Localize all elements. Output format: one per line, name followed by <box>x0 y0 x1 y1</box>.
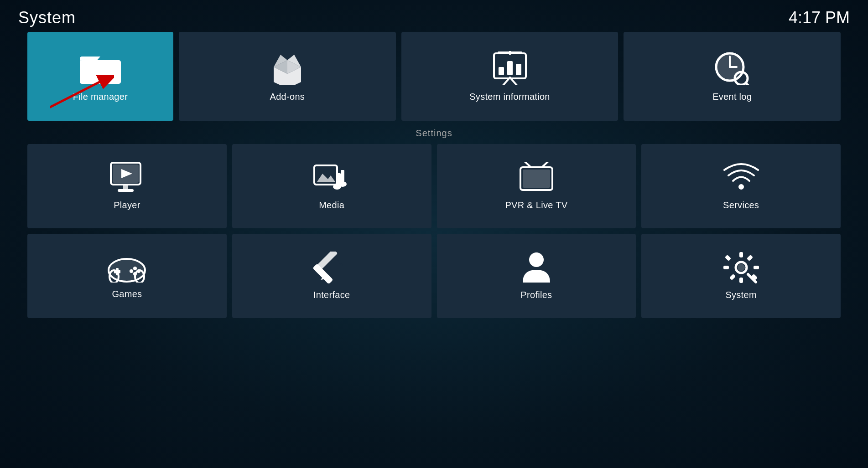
svg-rect-34 <box>523 170 550 188</box>
tile-profiles[interactable]: Profiles <box>437 234 636 318</box>
folder-icon <box>80 51 121 85</box>
tile-services[interactable]: Services <box>641 144 841 228</box>
svg-point-46 <box>137 269 140 273</box>
svg-rect-26 <box>118 189 134 192</box>
svg-rect-58 <box>723 266 729 269</box>
system-label: System <box>725 290 756 300</box>
svg-rect-61 <box>729 274 736 280</box>
pvr-live-tv-label: PVR & Live TV <box>505 200 567 211</box>
tile-system[interactable]: System <box>641 234 841 318</box>
media-label: Media <box>319 200 344 211</box>
player-label: Player <box>114 200 140 211</box>
svg-point-32 <box>338 181 347 187</box>
svg-point-37 <box>738 184 744 190</box>
tile-games[interactable]: Games <box>27 234 227 318</box>
svg-rect-56 <box>739 252 743 257</box>
services-icon <box>723 162 759 194</box>
games-label: Games <box>112 289 142 299</box>
top-row: File manager Add-ons <box>27 32 841 121</box>
tile-file-manager[interactable]: File manager <box>27 32 173 121</box>
chart-icon <box>492 51 528 85</box>
system-icon <box>723 252 759 283</box>
svg-rect-25 <box>123 185 128 189</box>
settings-section: Settings <box>27 128 841 318</box>
gamepad-icon <box>108 253 146 283</box>
services-label: Services <box>723 200 759 211</box>
svg-line-53 <box>340 263 343 265</box>
profiles-icon <box>518 252 555 283</box>
svg-rect-11 <box>507 61 513 75</box>
event-log-label: Event log <box>712 92 752 102</box>
clock-search-icon <box>714 51 750 85</box>
svg-rect-44 <box>114 270 120 273</box>
svg-line-20 <box>746 83 749 85</box>
svg-rect-60 <box>747 255 753 261</box>
svg-rect-1 <box>80 60 121 84</box>
settings-label: Settings <box>27 128 841 139</box>
box-icon <box>269 51 306 85</box>
page-title: System <box>18 8 76 27</box>
player-icon <box>109 162 145 194</box>
svg-point-45 <box>133 267 137 270</box>
svg-point-64 <box>738 264 745 271</box>
tile-pvr-live-tv[interactable]: PVR & Live TV <box>437 144 636 228</box>
tile-player[interactable]: Player <box>27 144 227 228</box>
svg-point-47 <box>130 269 133 273</box>
settings-grid: Player Media <box>27 144 841 318</box>
svg-rect-59 <box>754 266 759 269</box>
tv-icon <box>518 162 555 194</box>
tile-event-log[interactable]: Event log <box>624 32 841 121</box>
system-information-label: System information <box>469 92 550 102</box>
clock: 4:17 PM <box>789 8 850 27</box>
tile-add-ons[interactable]: Add-ons <box>179 32 396 121</box>
svg-rect-12 <box>516 64 521 75</box>
svg-rect-62 <box>725 255 731 261</box>
file-manager-label: File manager <box>73 92 128 102</box>
svg-point-54 <box>529 252 544 267</box>
profiles-label: Profiles <box>520 290 552 300</box>
tile-media[interactable]: Media <box>232 144 431 228</box>
tile-system-information[interactable]: System information <box>401 32 619 121</box>
svg-line-52 <box>337 260 340 262</box>
add-ons-label: Add-ons <box>270 92 305 102</box>
svg-rect-10 <box>499 67 504 75</box>
interface-label: Interface <box>313 290 350 300</box>
svg-rect-51 <box>315 252 338 272</box>
media-icon <box>313 162 350 194</box>
tile-interface[interactable]: Interface <box>232 234 431 318</box>
svg-marker-28 <box>317 174 335 182</box>
svg-point-48 <box>133 272 137 276</box>
interface-icon <box>313 252 350 283</box>
svg-rect-57 <box>739 278 743 283</box>
